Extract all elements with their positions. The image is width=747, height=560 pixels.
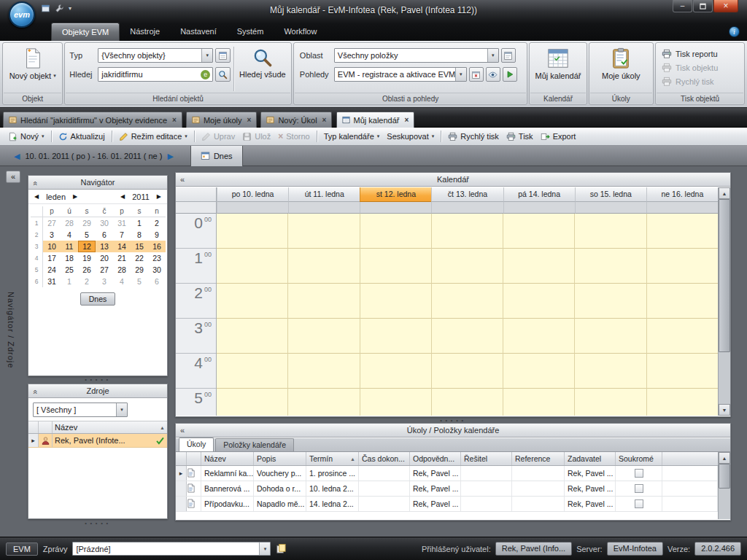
minical-day[interactable]: 23: [148, 252, 166, 264]
minical-day[interactable]: 1: [131, 217, 148, 229]
minical-day[interactable]: 14: [113, 241, 131, 252]
typ-combo[interactable]: {Všechny objekty} ▾: [98, 48, 213, 63]
manage-views-button[interactable]: [469, 67, 484, 82]
calendar-day-column[interactable]: [217, 214, 287, 416]
minical-day[interactable]: 3: [96, 276, 113, 287]
minical-day[interactable]: 2: [148, 217, 166, 229]
new-button[interactable]: Nový▾: [4, 131, 48, 143]
all-day-cell[interactable]: [431, 202, 503, 214]
calendar-day-header[interactable]: pá 14. ledna: [503, 187, 575, 202]
minical-day[interactable]: 4: [113, 276, 131, 287]
run-view-button[interactable]: [503, 67, 517, 82]
calendar-day-header[interactable]: po 10. ledna: [217, 187, 288, 202]
navigator-header[interactable]: « Navigátor: [28, 176, 167, 190]
all-day-cell[interactable]: [288, 202, 360, 214]
today-button[interactable]: Dnes: [80, 292, 115, 306]
calendar-day-header[interactable]: ne 16. ledna: [646, 187, 718, 202]
tasks-column-header[interactable]: Reference: [512, 452, 565, 465]
minical-day[interactable]: 15: [131, 241, 148, 252]
minical-day[interactable]: 19: [78, 252, 96, 264]
calendar-type-button[interactable]: Typ kalendáře▾: [320, 131, 384, 142]
all-day-cell[interactable]: [503, 202, 575, 214]
minical-day[interactable]: 29: [131, 264, 148, 276]
minical-day[interactable]: 31: [113, 217, 131, 229]
prev-month-icon[interactable]: ◀: [34, 193, 39, 200]
minical-day[interactable]: 7: [113, 229, 131, 241]
tab-polozky-kalendare[interactable]: Položky kalendáře: [215, 438, 294, 451]
resource-row[interactable]: ▸ Rek, Pavel (Infote...: [28, 434, 167, 448]
minical-day[interactable]: 21: [113, 252, 131, 264]
minical-day[interactable]: 22: [131, 252, 148, 264]
window-icon[interactable]: [41, 4, 50, 13]
evm-status-button[interactable]: EVM: [6, 542, 38, 556]
resources-filter-combo[interactable]: [ Všechny ] ▾: [33, 402, 128, 417]
next-year-icon[interactable]: ▶: [157, 193, 161, 200]
ribbon-tab-system[interactable]: Systém: [227, 23, 274, 41]
minimize-button[interactable]: –: [673, 0, 692, 12]
minical-day[interactable]: 31: [43, 276, 61, 287]
doc-tab-novy-ukol[interactable]: Nový: Úkol ×: [260, 112, 332, 128]
calendar-day-header[interactable]: čt 13. ledna: [431, 187, 503, 202]
minical-day[interactable]: 30: [148, 264, 166, 276]
minical-day[interactable]: 5: [131, 276, 148, 287]
private-checkbox[interactable]: [635, 499, 643, 508]
minical-day[interactable]: 4: [61, 229, 78, 241]
ribbon-tab-nastroje[interactable]: Nástroje: [120, 23, 170, 41]
close-tab-icon[interactable]: ×: [247, 116, 252, 124]
minical-day[interactable]: 3: [43, 229, 61, 241]
minical-day[interactable]: 29: [78, 217, 96, 229]
minical-day[interactable]: 27: [43, 217, 61, 229]
private-checkbox[interactable]: [635, 469, 643, 478]
all-day-cell[interactable]: [360, 202, 431, 214]
tasks-column-header[interactable]: Čas dokon...: [359, 452, 410, 465]
chevron-down-icon[interactable]: ▾: [116, 403, 127, 416]
ribbon-tab-nastaveni[interactable]: Nastavení: [170, 23, 227, 41]
new-object-button[interactable]: Nový objekt▾: [3, 43, 62, 94]
splitter-handle[interactable]: ·····: [28, 521, 168, 526]
minical-day[interactable]: 10: [43, 241, 61, 252]
ribbon-tab-workflow[interactable]: Workflow: [274, 23, 327, 41]
messages-filter-combo[interactable]: [Prázdné] ▾: [72, 542, 271, 556]
tasks-scrollbar[interactable]: ▲: [718, 452, 730, 519]
messages-icon[interactable]: [276, 543, 287, 554]
collapse-icon[interactable]: «: [180, 424, 185, 438]
chevron-down-icon[interactable]: ▾: [455, 68, 466, 81]
doc-tab-search[interactable]: Hledání "jakriditfirmu" v Objekty eviden…: [3, 112, 182, 128]
close-tab-icon[interactable]: ×: [404, 116, 409, 124]
export-button[interactable]: Export: [537, 131, 580, 143]
print-button[interactable]: Tisk: [503, 131, 537, 143]
minical-day[interactable]: 1: [61, 276, 78, 287]
next-week-icon[interactable]: ▶: [167, 146, 173, 166]
all-day-cell[interactable]: [217, 202, 288, 214]
scrollbar-thumb[interactable]: [719, 464, 730, 489]
edit-mode-button[interactable]: Režim editace▾: [115, 131, 191, 143]
minical-day[interactable]: 28: [113, 264, 131, 276]
minical-day[interactable]: 27: [96, 264, 113, 276]
private-checkbox[interactable]: [635, 484, 643, 493]
preview-view-button[interactable]: [486, 67, 500, 82]
wrench-icon[interactable]: [55, 4, 64, 13]
collapse-icon[interactable]: «: [28, 181, 42, 185]
search-button[interactable]: [215, 67, 231, 82]
minical-day[interactable]: 24: [43, 264, 61, 276]
tasks-column-header[interactable]: Zadavatel: [565, 452, 616, 465]
minical-day[interactable]: 25: [61, 264, 78, 276]
name-column-header[interactable]: Název ▲: [53, 421, 167, 433]
scroll-up-icon[interactable]: ▲: [719, 452, 730, 464]
minical-day[interactable]: 12: [78, 241, 96, 252]
calendar-day-column[interactable]: [287, 214, 359, 416]
my-calendar-button[interactable]: Můj kalendář: [530, 43, 586, 94]
next-month-icon[interactable]: ▶: [73, 193, 77, 200]
oblast-combo[interactable]: Všechny položky ▾: [334, 48, 499, 63]
minical-day[interactable]: 20: [96, 252, 113, 264]
minical-day[interactable]: 9: [148, 229, 166, 241]
minical-day[interactable]: 28: [61, 217, 78, 229]
chevron-down-icon[interactable]: ▾: [259, 542, 270, 555]
close-tab-icon[interactable]: ×: [322, 116, 327, 124]
edit-button[interactable]: Uprav: [198, 131, 239, 143]
scrollbar-thumb[interactable]: [719, 199, 730, 352]
object-type-picker-button[interactable]: [215, 48, 231, 63]
tasks-column-header[interactable]: [176, 452, 187, 465]
side-panel-label[interactable]: Navigátor / Zdroje: [7, 292, 15, 368]
calendar-panel-header[interactable]: « Kalendář: [176, 173, 730, 187]
